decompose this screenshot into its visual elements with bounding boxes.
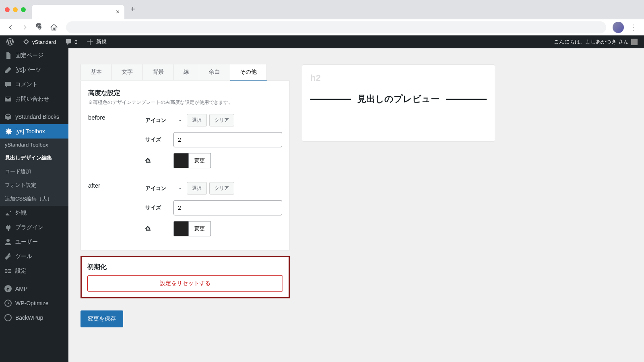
advanced-settings-title: 高度な設定 [88,89,282,97]
sidebar-item-ys-parts[interactable]: [ys]パーツ [0,63,68,77]
sidebar-label: AMP [15,285,27,292]
user-greeting[interactable]: こんにちは、よしあかつき さん [551,38,641,46]
tab-line[interactable]: 線 [174,64,199,81]
user-icon [4,238,12,246]
tab-margin[interactable]: 余白 [199,64,230,81]
icon-field-label: アイコン [145,185,173,192]
home-button[interactable] [48,22,60,33]
after-color-swatch[interactable] [173,221,189,236]
before-size-input[interactable] [173,132,282,147]
brush-icon [4,209,12,217]
sidebar-label: お問い合わせ [15,95,49,103]
forward-button[interactable] [19,22,31,33]
preview-line-after [446,99,487,100]
back-button[interactable] [5,22,16,33]
svg-point-2 [5,314,11,321]
sidebar-item-plugins[interactable]: プラグイン [0,220,68,235]
after-size-input[interactable] [173,200,282,215]
save-button[interactable]: 変更を保存 [80,310,123,327]
after-icon-value: - [173,185,187,192]
sidebar-item-users[interactable]: ユーザー [0,235,68,249]
after-icon-clear-button[interactable]: クリア [209,182,234,194]
bolt-icon [4,285,12,293]
new-tab-button[interactable]: + [130,5,135,14]
sidebar-item-ys-toolbox[interactable]: [ys] Toolbox [0,124,68,139]
backup-icon [4,314,12,322]
address-bar[interactable] [66,21,606,33]
main-content: 基本 文字 背景 線 余白 その他 高度な設定 ※薄橙色のデザインテンプレートの… [68,48,644,362]
browser-toolbar: ⋮ [0,19,644,35]
plug-icon [4,223,12,232]
sidebar-label: WP-Optimize [15,300,48,306]
tab-background[interactable]: 背景 [143,64,174,81]
tab-basic[interactable]: 基本 [80,64,112,81]
optimize-icon [4,299,12,307]
size-field-label: サイズ [145,204,173,211]
wp-logo-icon[interactable] [3,38,17,46]
submenu-item-additional-css[interactable]: 追加CSS編集（大） [0,192,68,206]
submenu-item-toolbox[interactable]: yStandard Toolbox [0,139,68,151]
close-window-button[interactable] [5,7,10,12]
sidebar-label: コメント [15,81,38,88]
sidebar-label: ツール [15,253,32,260]
browser-tab[interactable]: × [32,5,124,19]
sidebar-item-contact[interactable]: お問い合わせ [0,92,68,106]
before-icon-select-button[interactable]: 選択 [187,114,207,126]
after-icon-row: アイコン - 選択 クリア [145,182,282,194]
after-color-row: 色 変更 [145,221,282,236]
sidebar-item-appearance[interactable]: 外観 [0,206,68,220]
sidebar-item-amp[interactable]: AMP [0,281,68,296]
site-name-text: yStandard [32,39,56,45]
settings-panel: 高度な設定 ※薄橙色のデザインテンプレートのみ高度な設定が使用できます。 bef… [80,81,290,250]
sidebar-submenu: yStandard Toolbox 見出しデザイン編集 コード追加 フォント設定… [0,139,68,206]
sidebar-item-comments[interactable]: コメント [0,77,68,92]
submenu-item-add-code[interactable]: コード追加 [0,165,68,178]
sidebar-label: プラグイン [15,224,43,231]
after-color-change-button[interactable]: 変更 [189,221,211,236]
sidebar-item-wp-optimize[interactable]: WP-Optimize [0,296,68,310]
after-label: after [88,182,145,236]
cube-icon [4,113,12,121]
page-icon [4,52,12,60]
advanced-settings-note: ※薄橙色のデザインテンプレートのみ高度な設定が使用できます。 [88,99,282,106]
sidebar-item-settings[interactable]: 設定 [0,264,68,278]
before-color-row: 色 変更 [145,153,282,168]
browser-menu-button[interactable]: ⋮ [627,23,639,32]
before-icon-clear-button[interactable]: クリア [209,114,234,126]
tab-other[interactable]: その他 [230,64,267,81]
preview-heading-text: 見出しのプレビュー [357,93,440,105]
maximize-window-button[interactable] [21,7,26,12]
sidebar-label: [ys]パーツ [15,66,41,74]
before-color-change-button[interactable]: 変更 [189,153,211,168]
before-color-swatch[interactable] [173,153,189,168]
sidebar-item-pages[interactable]: 固定ページ [0,48,68,63]
user-avatar-icon [631,39,638,45]
after-block: after アイコン - 選択 クリア サイズ [88,182,282,242]
sidebar-item-backwpup[interactable]: BackWPup [0,310,68,325]
reload-button[interactable] [34,22,45,33]
site-name-link[interactable]: yStandard [19,38,59,46]
sidebar-label: BackWPup [15,314,43,321]
gear-icon [4,127,12,135]
browser-tab-bar: × + [0,0,644,19]
greeting-text: こんにちは、よしあかつき さん [554,38,629,46]
submenu-item-heading-design[interactable]: 見出しデザイン編集 [0,151,68,165]
minimize-window-button[interactable] [13,7,18,12]
comments-link[interactable]: 0 [62,38,80,46]
before-size-row: サイズ [145,132,282,147]
wp-admin-bar: yStandard 0 新規 こんにちは、よしあかつき さん [0,35,644,48]
new-content-text: 新規 [96,38,107,46]
reset-button[interactable]: 設定をリセットする [87,275,283,292]
close-tab-icon[interactable]: × [116,8,120,16]
submenu-item-font-settings[interactable]: フォント設定 [0,178,68,192]
after-icon-select-button[interactable]: 選択 [187,182,207,194]
before-icon-row: アイコン - 選択 クリア [145,114,282,126]
tab-text[interactable]: 文字 [112,64,143,81]
sidebar-item-ystandard-blocks[interactable]: yStandard Blocks [0,110,68,124]
sidebar-label: yStandard Blocks [15,114,59,120]
heading-preview: 見出しのプレビュー [310,93,487,105]
before-icon-value: - [173,117,187,124]
sidebar-item-tools[interactable]: ツール [0,249,68,264]
new-content-link[interactable]: 新規 [83,38,110,46]
profile-avatar[interactable] [613,22,624,33]
